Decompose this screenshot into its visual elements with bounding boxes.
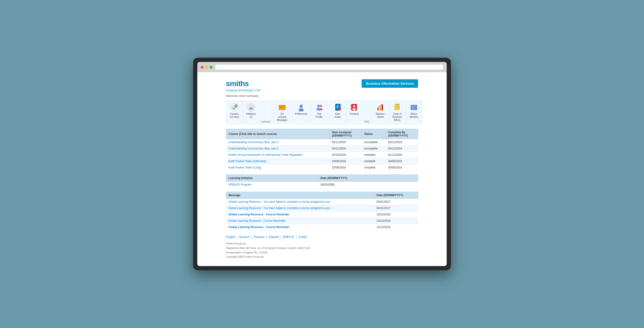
- table-row: Understanding Unconscious Bias, part 1 0…: [226, 139, 418, 145]
- svg-rect-39: [412, 109, 415, 109]
- message-date: 13/12/2016: [374, 224, 418, 230]
- course-status: complete: [362, 152, 386, 158]
- courses-label: Courses(13 new): [230, 112, 239, 118]
- page-content: smiths bringing technology to life Busin…: [216, 72, 428, 266]
- header: smiths bringing technology to life Busin…: [226, 79, 418, 92]
- initiatives-icon: [247, 103, 255, 111]
- contacts-label: Contacts: [350, 112, 359, 115]
- svg-point-4: [250, 106, 252, 107]
- traffic-lights: [200, 66, 212, 69]
- course-link[interactable]: Understanding Unconscious Bias, part 1: [228, 140, 279, 144]
- message-link[interactable]: Global Learning Resource - You have fail…: [228, 200, 330, 203]
- learning-section-label: Learning: [261, 120, 270, 123]
- ethicsalertline-icon: [410, 103, 418, 111]
- table-row: Global Learning Resource - Course Remind…: [226, 224, 418, 230]
- browser-content: smiths bringing technology to life Busin…: [197, 72, 447, 266]
- sidebar-item-courses[interactable]: Courses(13 new): [226, 101, 242, 124]
- initiative-link[interactable]: SPREAD Program: [228, 183, 252, 186]
- table-row: Keith Packer Video (Interview) 25/05/201…: [226, 158, 418, 165]
- course-link[interactable]: Smiths Group Introduction to Internation…: [228, 153, 303, 156]
- svg-point-6: [300, 105, 303, 108]
- sidebar-item-ethicsalertline[interactable]: Ethics Alertline: [406, 101, 422, 124]
- messages-table: Message Date (DD/MM/YYYY) Global Learnin…: [226, 192, 418, 230]
- minimize-button[interactable]: [205, 66, 208, 69]
- codeofethics-icon: [393, 103, 402, 111]
- course-complete-by: 30/05/2016: [386, 158, 418, 165]
- svg-point-20: [353, 105, 355, 107]
- course-status: complete: [362, 158, 386, 165]
- reports-section: Reports / Admin: [372, 100, 422, 124]
- sidebar-item-preferences[interactable]: Preferences: [292, 101, 310, 124]
- initiative-date: 28/02/2008: [318, 182, 418, 188]
- message-link[interactable]: Global Learning Resource - Course Remind…: [228, 219, 286, 222]
- lang-chinese[interactable]: 简体中文: [283, 235, 294, 239]
- svg-text:?: ?: [339, 108, 340, 110]
- help-section: ? User Guide: [329, 100, 371, 124]
- sidebar-item-contacts[interactable]: Contacts: [346, 101, 362, 124]
- sidebar-item-reportsadmin[interactable]: Reports / Admin: [372, 101, 389, 124]
- svg-rect-34: [410, 105, 417, 110]
- monitor: smiths bringing technology to life Busin…: [193, 58, 451, 270]
- message-date: 04/01/2017: [374, 205, 418, 211]
- browser-window: smiths bringing technology to life Busin…: [197, 62, 447, 266]
- svg-point-21: [352, 108, 356, 110]
- initiatives-col-date: Date (DD/MM/YYYY): [318, 175, 418, 182]
- course-link[interactable]: Understanding Unconscious Bias, part 2: [228, 147, 279, 150]
- sidebar-item-codeofethics[interactable]: Code of Business Ethics: [389, 101, 406, 124]
- lang-francais[interactable]: Français: [254, 235, 264, 239]
- svg-rect-36: [414, 106, 416, 106]
- initiatives-label: Initiatives(1): [246, 112, 256, 118]
- userguide-icon: ?: [334, 103, 342, 111]
- yourprofile-label: Your Profile: [314, 112, 325, 118]
- address-bar[interactable]: [215, 64, 444, 70]
- message-date: 13/12/2016: [374, 211, 418, 218]
- close-button[interactable]: [200, 66, 204, 69]
- svg-point-10: [320, 105, 322, 107]
- course-date-assigned: 25/05/2016: [330, 158, 362, 165]
- table-row: SPREAD Program 28/02/2008: [226, 182, 418, 188]
- svg-rect-2: [235, 105, 237, 106]
- lang-english[interactable]: English: [226, 235, 235, 239]
- lang-japanese[interactable]: 日本語: [298, 235, 307, 239]
- bis-button[interactable]: Business Information Services: [362, 79, 418, 88]
- lang-deutsch[interactable]: Deutsch: [239, 235, 250, 239]
- maximize-button[interactable]: [210, 66, 212, 69]
- course-status: complete: [362, 165, 386, 171]
- course-link[interactable]: Keith Packer Video (Long): [228, 166, 261, 169]
- sidebar-item-messages[interactable]: (23 unread)Messages: [274, 101, 291, 124]
- course-date-assigned: 03/11/2016: [330, 139, 362, 145]
- initiatives-col-initiative: Learning Initiative: [226, 175, 318, 182]
- table-row: Global Learning Resource - You have fail…: [226, 205, 418, 211]
- svg-point-8: [317, 105, 320, 107]
- courses-col-course: Course (Click title to launch course): [226, 129, 330, 139]
- message-link[interactable]: Global Learning Resource - Course Remind…: [228, 226, 290, 229]
- svg-rect-37: [414, 107, 416, 107]
- messages-col-date: Date (DD/MM/YYYY): [374, 192, 418, 199]
- table-row: Understanding Unconscious Bias, part 2 0…: [226, 145, 418, 152]
- svg-point-11: [320, 108, 323, 110]
- sidebar-item-yourprofile[interactable]: Your Profile: [310, 101, 328, 124]
- lang-espanol[interactable]: Español: [269, 235, 279, 239]
- initiatives-table: Learning Initiative Date (DD/MM/YYYY) SP…: [226, 175, 418, 188]
- nav-icons: Courses(13 new) Initiative: [226, 100, 418, 124]
- course-link[interactable]: Keith Packer Video (Interview): [228, 159, 266, 163]
- footer-line-1: Smiths Group plc:: [226, 241, 418, 246]
- course-date-assigned: 25/10/2016: [330, 152, 362, 158]
- footer-languages: English | Deutsch | Français | Español |…: [226, 235, 418, 239]
- logo-area: smiths bringing technology to life: [226, 79, 260, 92]
- course-status: incomplete: [362, 139, 386, 145]
- course-complete-by: 01/11/2016: [386, 152, 418, 158]
- logo-tagline: bringing technology to life: [226, 88, 260, 92]
- preferences-label: Preferences: [295, 112, 308, 115]
- messages-icon: [278, 103, 286, 111]
- course-status: incomplete: [362, 145, 386, 152]
- sidebar-item-initiatives[interactable]: Initiatives(1): [243, 101, 259, 124]
- message-link[interactable]: Global Learning Resource - Course Remind…: [228, 213, 290, 216]
- message-link[interactable]: Global Learning Resource - You have fail…: [228, 207, 330, 210]
- courses-table: Course (Click title to launch course) Da…: [226, 129, 418, 171]
- sidebar-item-userguide[interactable]: ? User Guide: [329, 101, 346, 124]
- svg-point-7: [298, 108, 304, 111]
- course-date-assigned: 25/05/2016: [330, 165, 362, 171]
- table-row: Global Learning Resource - Course Remind…: [226, 218, 418, 224]
- preferences-icon: [297, 103, 305, 111]
